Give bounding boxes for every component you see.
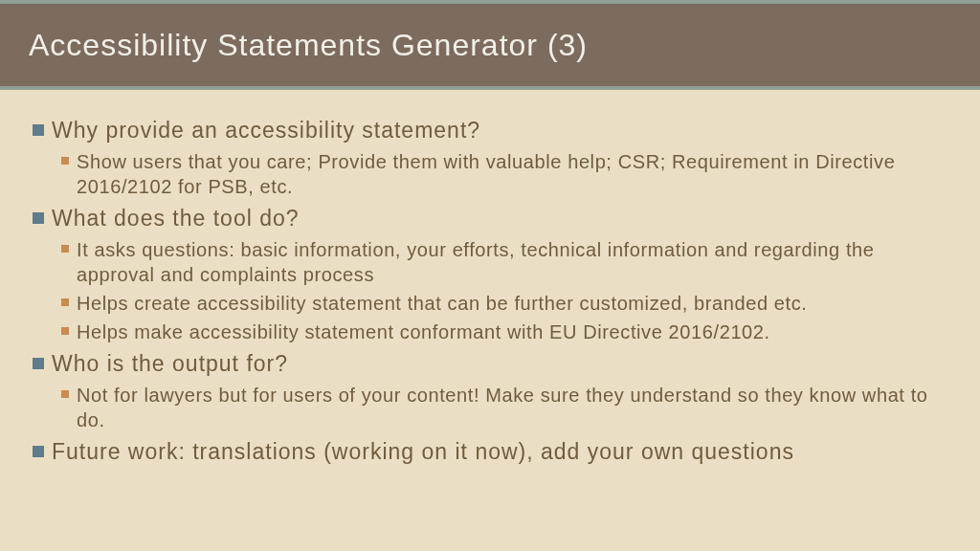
list-item: Why provide an accessibility statement? … — [33, 117, 947, 199]
list-item: What does the tool do? It asks questions… — [33, 205, 947, 344]
l2-text: Helps create accessibility statement tha… — [77, 291, 807, 316]
l2-text: It asks questions: basic information, yo… — [77, 237, 947, 287]
list-item: Not for lawyers but for users of your co… — [61, 383, 947, 432]
list-item: It asks questions: basic information, yo… — [61, 237, 947, 287]
bullet-list-level2: It asks questions: basic information, yo… — [61, 237, 947, 344]
bullet-list-level2: Show users that you care; Provide them w… — [61, 149, 947, 199]
square-bullet-icon — [33, 124, 44, 136]
square-bullet-icon — [61, 390, 69, 398]
l2-text: Not for lawyers but for users of your co… — [77, 383, 947, 432]
list-item: Who is the output for? Not for lawyers b… — [33, 350, 947, 432]
l1-text: Future work: translations (working on it… — [52, 438, 794, 467]
l1-text: What does the tool do? — [52, 205, 300, 233]
l2-text: Helps make accessibility statement confo… — [77, 320, 770, 344]
square-bullet-icon — [61, 327, 69, 335]
square-bullet-icon — [33, 212, 44, 224]
square-bullet-icon — [33, 446, 44, 457]
l1-text: Why provide an accessibility statement? — [52, 117, 480, 145]
list-item: Show users that you care; Provide them w… — [61, 149, 947, 199]
bullet-list-level1: Why provide an accessibility statement? … — [33, 117, 947, 467]
l1-text: Who is the output for? — [52, 350, 288, 379]
list-item: Helps make accessibility statement confo… — [61, 320, 947, 344]
l2-text: Show users that you care; Provide them w… — [77, 149, 947, 199]
list-item: Helps create accessibility statement tha… — [61, 291, 947, 316]
slide-body: Why provide an accessibility statement? … — [0, 90, 980, 492]
square-bullet-icon — [61, 157, 69, 165]
square-bullet-icon — [33, 358, 44, 369]
slide-header: Accessibility Statements Generator (3) — [0, 0, 980, 90]
bullet-list-level2: Not for lawyers but for users of your co… — [61, 383, 947, 432]
list-item: Future work: translations (working on it… — [33, 438, 947, 467]
square-bullet-icon — [61, 245, 69, 253]
slide: Accessibility Statements Generator (3) W… — [0, 0, 980, 551]
slide-title: Accessibility Statements Generator (3) — [29, 28, 588, 63]
square-bullet-icon — [61, 298, 69, 306]
